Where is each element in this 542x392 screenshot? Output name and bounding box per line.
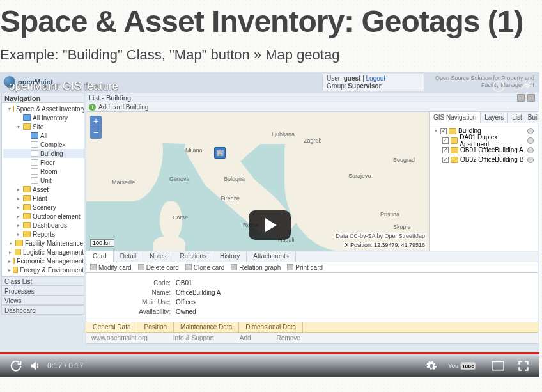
accordion-dashboard[interactable]: Dashboard [1, 305, 84, 315]
toolbar-delete-card[interactable]: Delete card [138, 264, 179, 271]
nav-item-complex[interactable]: Complex [3, 140, 84, 149]
gis-tab-list-building[interactable]: List - Building [508, 112, 539, 123]
nav-item-all-inventory[interactable]: All Inventory [3, 113, 84, 122]
folder-icon [13, 258, 15, 264]
bottom-tab-dimensional-data[interactable]: Dimensional Data [239, 322, 303, 332]
gear-icon[interactable] [527, 128, 534, 134]
user-info-box: User: guest | Logout Group: Supervisor [322, 74, 424, 91]
volume-button[interactable] [26, 356, 45, 375]
nav-item-building[interactable]: Building [3, 149, 84, 158]
checkbox-icon[interactable]: ✓ [442, 147, 449, 153]
card-tab-relations[interactable]: Relations [173, 251, 213, 262]
field-row: Availability:Owned [125, 307, 499, 317]
toolbar-relation-graph[interactable]: Relation graph [231, 264, 281, 271]
video-player[interactable]: openMaint User: guest | Logout Group: Su… [0, 72, 539, 377]
folder-icon [451, 137, 458, 144]
gis-tab-gis-navigation[interactable]: GIS Navigation [430, 112, 481, 123]
folder-icon [13, 106, 14, 112]
zoom-control[interactable]: + − [90, 116, 102, 139]
accordion-class-list[interactable]: Class List [1, 276, 84, 286]
fullscreen-button[interactable] [514, 356, 533, 375]
nav-item-unit[interactable]: Unit [3, 176, 84, 185]
folder-icon [23, 123, 31, 130]
city-label: Genova [169, 176, 190, 182]
card-tab-detail[interactable]: Detail [114, 251, 144, 262]
gis-tree-item[interactable]: ✓OB02 OfficeBuilding B [431, 155, 536, 164]
video-title[interactable]: openMaint GIS feature [9, 80, 118, 93]
nav-item-reports[interactable]: ▸Reports [3, 230, 84, 239]
logout-link[interactable]: Logout [366, 75, 386, 82]
play-button[interactable] [249, 210, 291, 240]
zoom-in-button[interactable]: + [90, 116, 102, 127]
footer-link[interactable]: Remove [277, 334, 300, 341]
page-icon [31, 168, 38, 175]
theater-mode-button[interactable] [488, 356, 507, 375]
youtube-logo-button[interactable]: YouTube [447, 356, 482, 375]
watch-later-icon[interactable] [491, 79, 506, 94]
nav-item-facility-maintenance[interactable]: ▸Facility Maintenance [3, 239, 84, 247]
share-icon[interactable] [518, 79, 533, 94]
nav-header: Navigation [1, 93, 84, 103]
nav-item-economic-management[interactable]: ▸Economic Management [3, 256, 84, 265]
toolbar-print-card[interactable]: Print card [287, 264, 323, 271]
svg-rect-4 [492, 361, 504, 370]
folder-icon [15, 249, 21, 255]
card-tab-notes[interactable]: Notes [143, 251, 173, 262]
nav-item-room[interactable]: Room [3, 167, 84, 176]
field-row: Name:OfficeBuilding A [125, 288, 499, 297]
bottom-tab-position[interactable]: Position [137, 322, 174, 332]
footer-link[interactable]: www.openmaint.org [91, 334, 148, 341]
folder-icon [23, 231, 31, 237]
accordion-views[interactable]: Views [1, 295, 84, 305]
footer-link[interactable]: Add [240, 334, 251, 341]
action-icon [90, 264, 97, 270]
map-marker[interactable]: 🏢 [214, 147, 226, 159]
gis-tree-item[interactable]: ✓DA01 Duplex Apartment [431, 136, 536, 145]
nav-item-plant[interactable]: ▸Plant [3, 194, 84, 203]
bottom-tab-general-data[interactable]: General Data [86, 322, 137, 332]
gear-icon[interactable] [527, 147, 534, 153]
gis-tree-item[interactable]: ✓OB01 OfficeBuilding A [431, 145, 536, 155]
city-label: Corse [173, 214, 188, 221]
nav-item-dashboards[interactable]: ▸Dashboards [3, 221, 84, 230]
grid-icon [31, 132, 38, 139]
card-tab-card[interactable]: Card [86, 251, 114, 262]
map-toggle-icon[interactable] [517, 94, 525, 102]
card-tab-history[interactable]: History [213, 251, 247, 262]
folder-icon [23, 195, 31, 201]
gear-icon[interactable] [527, 157, 534, 163]
bottom-tab-maintenance-data[interactable]: Maintenance Data [174, 322, 239, 332]
nav-item-asset[interactable]: ▸Asset [3, 185, 84, 194]
toolbar-modify-card[interactable]: Modify card [90, 264, 132, 271]
accordion-processes[interactable]: Processes [1, 286, 84, 295]
page-subtitle: Example: "Building" Class, "Map" button … [0, 43, 542, 72]
nav-tree: ▾Space & Asset InventoryAll Inventory▾Si… [1, 103, 84, 276]
page-title: Space & Asset Inventory: Geotags (1) [0, 0, 542, 43]
nav-item-floor[interactable]: Floor [3, 158, 84, 167]
field-row: Main Use:Offices [125, 297, 499, 307]
add-card-button[interactable]: + Add card Building [86, 102, 538, 112]
checkbox-icon[interactable]: ✓ [442, 157, 449, 163]
nav-item-scenery[interactable]: ▸Scenery [3, 203, 84, 212]
gis-panel: GIS NavigationLayersList - Building ▾✓Bu… [429, 112, 538, 251]
nav-item-all[interactable]: All [3, 131, 84, 140]
footer-link[interactable]: Info & Support [173, 334, 214, 341]
nav-item-space-asset-inventory[interactable]: ▾Space & Asset Inventory [3, 104, 84, 113]
zoom-out-button[interactable]: − [90, 127, 102, 139]
toolbar-clone-card[interactable]: Clone card [185, 264, 224, 271]
svg-text:You: You [448, 363, 459, 369]
list-toggle-icon[interactable] [527, 94, 535, 102]
nav-item-logistic-management[interactable]: ▸Logistic Management [3, 247, 84, 256]
checkbox-icon[interactable]: ✓ [440, 128, 447, 134]
nav-item-site[interactable]: ▾Site [3, 122, 84, 131]
card-tab-attachments[interactable]: Attachments [247, 251, 296, 262]
checkbox-icon[interactable]: ✓ [442, 137, 449, 144]
city-label: Zagreb [304, 137, 322, 144]
gis-tab-layers[interactable]: Layers [481, 112, 508, 123]
nav-item-outdoor-element[interactable]: ▸Outdoor element [3, 212, 84, 221]
folder-icon [15, 240, 23, 246]
replay-button[interactable] [6, 356, 26, 375]
nav-item-energy-environment[interactable]: ▸Energy & Environment [3, 265, 84, 274]
settings-button[interactable] [422, 356, 441, 375]
gear-icon[interactable] [527, 137, 534, 144]
